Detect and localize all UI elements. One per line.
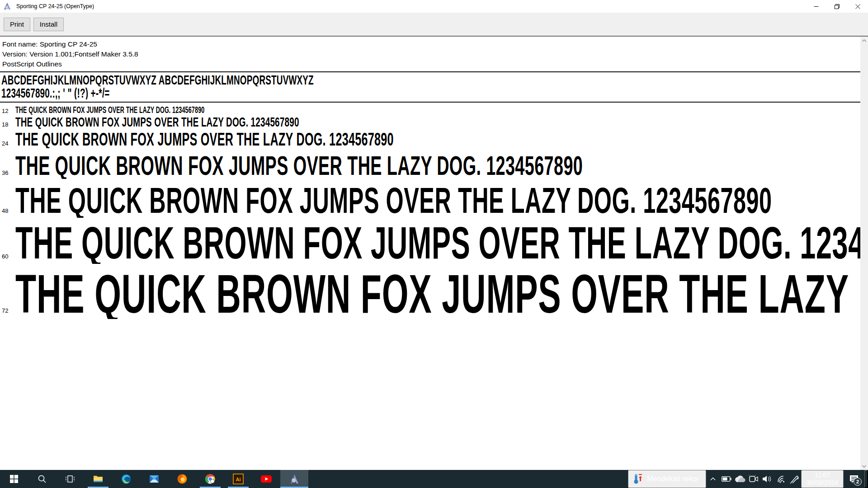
size-sample-rows: 12 THE QUICK BROWN FOX JUMPS OVER THE LA…	[0, 103, 860, 319]
firefox-icon	[177, 474, 188, 484]
illustrator-icon: Ai	[233, 474, 244, 484]
search-icon	[38, 474, 47, 483]
scroll-up-button[interactable]	[860, 37, 868, 44]
search-button[interactable]	[28, 470, 56, 488]
font-info-block: Font name: Sporting CP 24-25 Version: Ve…	[0, 37, 860, 69]
window-title: Sporting CP 24-25 (OpenType)	[16, 3, 94, 9]
onedrive-tray-button[interactable]	[733, 470, 747, 488]
chrome-icon	[205, 474, 216, 484]
sample-row-24: 24 THE QUICK BROWN FOX JUMPS OVER THE LA…	[0, 130, 860, 148]
action-center-button[interactable]: 2	[844, 470, 864, 488]
network-tray-button[interactable]	[774, 470, 788, 488]
restore-icon	[835, 4, 840, 9]
chevron-up-icon	[710, 477, 716, 481]
sample-text: THE QUICK BROWN FOX JUMPS OVER THE LAZY …	[15, 115, 299, 129]
size-label: 36	[0, 169, 15, 176]
volume-tray-button[interactable]	[760, 470, 774, 488]
show-desktop-button[interactable]	[864, 470, 868, 488]
onedrive-cloud-icon	[735, 475, 745, 483]
sample-text: THE QUICK BROWN FOX JUMPS OVER THE LAZY …	[15, 268, 860, 319]
notification-count-badge: 2	[854, 478, 862, 486]
sample-text: THE QUICK BROWN FOX JUMPS OVER THE LAZY …	[15, 183, 772, 218]
sample-text: THE QUICK BROWN FOX JUMPS OVER THE LAZY …	[15, 130, 394, 148]
sample-text: THE QUICK BROWN FOX JUMPS OVER THE LAZY …	[15, 221, 860, 264]
svg-text:Ai: Ai	[236, 477, 241, 482]
firefox-button[interactable]	[168, 470, 196, 488]
title-bar: Sporting CP 24-25 (OpenType)	[0, 0, 868, 13]
font-preview-area: Font name: Sporting CP 24-25 Version: Ve…	[0, 37, 868, 470]
size-label: 12	[0, 108, 15, 114]
restore-button[interactable]	[826, 0, 847, 13]
font-viewer-app-icon	[4, 2, 12, 10]
letters-sample: ABCDEFGHIJKLMNOPQRSTUVWXYZ ABCDEFGHIJKLM…	[1, 73, 314, 86]
toolbar: Print Install	[0, 13, 868, 36]
sample-row-48: 48 THE QUICK BROWN FOX JUMPS OVER THE LA…	[0, 183, 860, 218]
pen-tray-button[interactable]	[788, 470, 801, 488]
windows-logo-icon	[10, 475, 18, 483]
size-label: 24	[0, 140, 15, 147]
illustrator-button[interactable]: Ai	[224, 470, 252, 488]
mail-button[interactable]	[140, 470, 168, 488]
chevron-down-icon	[862, 465, 866, 468]
taskbar: Ai	[0, 470, 868, 488]
font-name-line: Font name: Sporting CP 24-25	[2, 39, 860, 49]
sample-row-12: 12 THE QUICK BROWN FOX JUMPS OVER THE LA…	[0, 105, 860, 115]
meet-now-camera-icon	[749, 475, 759, 483]
chrome-button[interactable]	[196, 470, 224, 488]
task-view-button[interactable]	[56, 470, 84, 488]
battery-icon	[722, 476, 731, 482]
minimize-button[interactable]	[806, 0, 826, 13]
font-version-line: Version: Version 1.001;Fontself Maker 3.…	[2, 49, 860, 59]
chevron-up-icon	[862, 39, 866, 42]
size-label: 60	[0, 253, 15, 260]
font-outline-line: PostScript Outlines	[2, 59, 860, 69]
font-viewer-icon	[289, 474, 300, 484]
youtube-icon	[260, 473, 272, 485]
clock-widget[interactable]: 11:07 30/08/2024	[801, 470, 844, 488]
sample-text: THE QUICK BROWN FOX JUMPS OVER THE LAZY …	[15, 153, 583, 179]
font-viewer-button[interactable]	[280, 470, 308, 488]
time-text: 11:07	[815, 471, 830, 479]
thermometer-record-icon	[633, 473, 642, 485]
youtube-button[interactable]	[252, 470, 280, 488]
weather-widget[interactable]: Mendekati rekor	[628, 470, 706, 488]
sample-row-36: 36 THE QUICK BROWN FOX JUMPS OVER THE LA…	[0, 153, 860, 179]
vertical-scrollbar[interactable]	[860, 37, 868, 470]
meet-now-tray-button[interactable]	[747, 470, 760, 488]
size-label: 72	[0, 307, 15, 314]
close-icon	[855, 4, 860, 9]
file-explorer-icon	[93, 474, 104, 484]
volume-icon	[762, 475, 772, 483]
scroll-down-button[interactable]	[860, 462, 868, 470]
install-button[interactable]: Install	[33, 18, 64, 31]
weather-headline: Mendekati rekor	[647, 475, 699, 483]
size-label: 18	[0, 121, 15, 128]
network-signal-icon	[776, 475, 786, 483]
battery-tray-button[interactable]	[720, 470, 733, 488]
minimize-icon	[814, 4, 819, 9]
size-label: 48	[0, 207, 15, 214]
symbols-sample: 1234567890.:,; ' " (!?) +-*/=	[1, 86, 110, 99]
glyph-sample-block: ABCDEFGHIJKLMNOPQRSTUVWXYZ ABCDEFGHIJKLM…	[0, 72, 860, 99]
sample-text: THE QUICK BROWN FOX JUMPS OVER THE LAZY …	[15, 105, 204, 115]
sample-row-72: 72 THE QUICK BROWN FOX JUMPS OVER THE LA…	[0, 268, 860, 319]
tray-expand-button[interactable]	[706, 470, 720, 488]
edge-button[interactable]	[112, 470, 140, 488]
sample-row-60: 60 THE QUICK BROWN FOX JUMPS OVER THE LA…	[0, 221, 860, 264]
date-text: 30/08/2024	[807, 479, 838, 487]
sample-row-18: 18 THE QUICK BROWN FOX JUMPS OVER THE LA…	[0, 115, 860, 129]
task-view-icon	[66, 474, 75, 483]
file-explorer-button[interactable]	[84, 470, 112, 488]
print-button[interactable]: Print	[4, 18, 30, 31]
mail-icon	[149, 474, 160, 484]
start-button[interactable]	[0, 470, 28, 488]
edge-icon	[121, 474, 132, 484]
close-button[interactable]	[847, 0, 868, 13]
pen-icon	[789, 474, 799, 483]
